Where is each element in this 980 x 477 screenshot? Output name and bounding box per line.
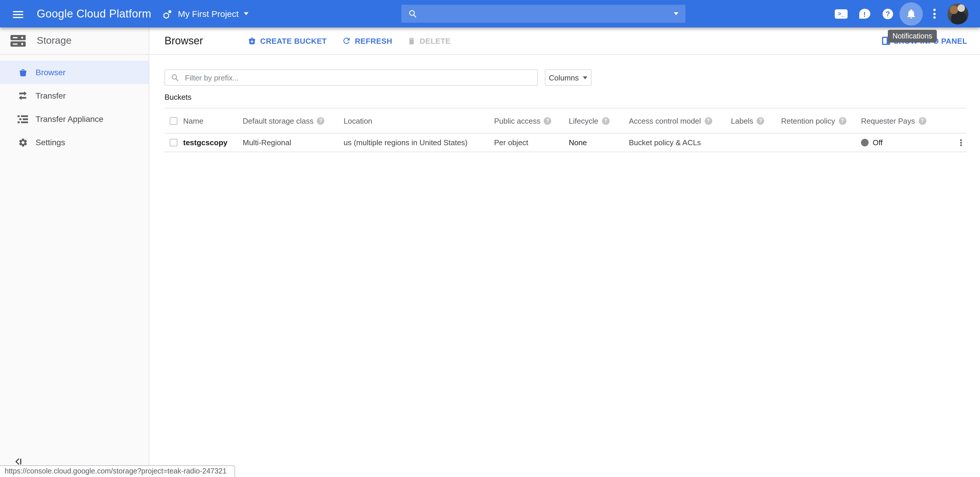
help-button[interactable]: ?: [876, 2, 899, 25]
table-row: testgcscopy Multi-Regional us (multiple …: [164, 134, 967, 152]
collapse-chevron-icon: [14, 457, 23, 466]
hamburger-menu-icon[interactable]: [12, 8, 24, 19]
search-dropdown-caret-icon[interactable]: [674, 12, 678, 15]
project-name: My First Project: [178, 9, 239, 19]
page: Google Cloud Platform My First Project >…: [0, 0, 980, 477]
row-checkbox[interactable]: [170, 139, 177, 146]
sidebar-title: Storage: [37, 35, 72, 47]
buckets-table: Name Default storage class? Location Pub…: [164, 108, 967, 152]
create-bucket-button[interactable]: CREATE BUCKET: [247, 36, 327, 46]
topbar-actions: >_ ! ?: [829, 0, 968, 27]
sidebar-item-label: Settings: [36, 138, 65, 147]
feedback-button[interactable]: !: [853, 2, 876, 25]
bucket-icon: [17, 67, 29, 77]
create-bucket-icon: [247, 36, 257, 46]
sidebar-nav: Browser Transfer: [0, 55, 149, 154]
refresh-icon: [342, 36, 351, 46]
sidebar-item-label: Transfer Appliance: [36, 114, 103, 124]
search-input[interactable]: [422, 8, 669, 19]
project-selector[interactable]: My First Project: [163, 0, 248, 27]
delete-button: DELETE: [407, 37, 450, 45]
sidebar-item-transfer-appliance[interactable]: Transfer Appliance: [0, 107, 149, 130]
row-menu-button[interactable]: ⋮: [957, 138, 966, 147]
bucket-name-link[interactable]: testgcscopy: [183, 138, 228, 147]
requester-pays-value: Off: [873, 138, 883, 147]
chevron-down-icon: [244, 12, 248, 15]
notifications-button[interactable]: [899, 2, 923, 25]
help-icon[interactable]: ?: [544, 117, 552, 124]
filter-field[interactable]: [164, 69, 538, 86]
storage-product-icon: [10, 34, 27, 48]
sidebar-item-transfer[interactable]: Transfer: [0, 84, 149, 107]
chevron-down-icon: [583, 76, 587, 79]
sidebar: Storage Browser Transfer: [0, 27, 150, 477]
sidebar-item-label: Transfer: [36, 91, 65, 100]
columns-dropdown[interactable]: Columns: [545, 69, 592, 86]
trash-icon: [407, 37, 416, 45]
help-icon[interactable]: ?: [918, 117, 926, 124]
avatar[interactable]: [947, 3, 968, 24]
help-icon[interactable]: ?: [705, 117, 712, 124]
refresh-button[interactable]: REFRESH: [342, 36, 392, 46]
app-bar: Google Cloud Platform My First Project >…: [0, 0, 980, 27]
gear-icon: [17, 137, 29, 147]
table-header-row: Name Default storage class? Location Pub…: [164, 108, 967, 134]
sidebar-item-settings[interactable]: Settings: [0, 130, 149, 154]
appliance-list-icon: [17, 114, 29, 123]
sidebar-item-browser[interactable]: Browser: [0, 60, 149, 84]
browser-body: Columns Buckets Name Default storage cla…: [150, 55, 980, 152]
page-header: Browser CREATE BUCKET REFRESH DELETE: [150, 27, 980, 55]
kebab-icon: [933, 9, 935, 19]
page-title: Browser: [164, 35, 203, 47]
project-icon: [163, 9, 173, 19]
sidebar-item-label: Browser: [36, 68, 65, 77]
help-icon[interactable]: ?: [757, 117, 764, 124]
global-search[interactable]: [401, 5, 686, 23]
filter-search-icon: [171, 73, 179, 82]
status-url-bar: https://console.cloud.google.com/storage…: [0, 465, 235, 477]
select-all-checkbox[interactable]: [170, 117, 177, 124]
product-logo[interactable]: Google Cloud Platform: [37, 0, 151, 27]
help-icon: ?: [883, 8, 893, 19]
sidebar-header: Storage: [0, 27, 149, 55]
section-label: Buckets: [164, 93, 966, 102]
cloud-shell-button[interactable]: >_: [829, 2, 853, 25]
help-icon[interactable]: ?: [838, 117, 846, 124]
transfer-arrows-icon: [17, 91, 29, 100]
notifications-tooltip: Notifications: [888, 30, 937, 43]
bell-icon: [906, 8, 916, 19]
requester-pays-off-icon: [861, 139, 869, 146]
search-icon: [408, 10, 417, 18]
filter-input[interactable]: [184, 73, 531, 83]
terminal-icon: >_: [835, 9, 848, 18]
more-options-button[interactable]: [923, 2, 946, 25]
main-content: Browser CREATE BUCKET REFRESH DELETE: [150, 27, 980, 477]
help-icon[interactable]: ?: [602, 117, 609, 124]
feedback-icon: !: [859, 9, 870, 19]
help-icon[interactable]: ?: [317, 117, 325, 124]
